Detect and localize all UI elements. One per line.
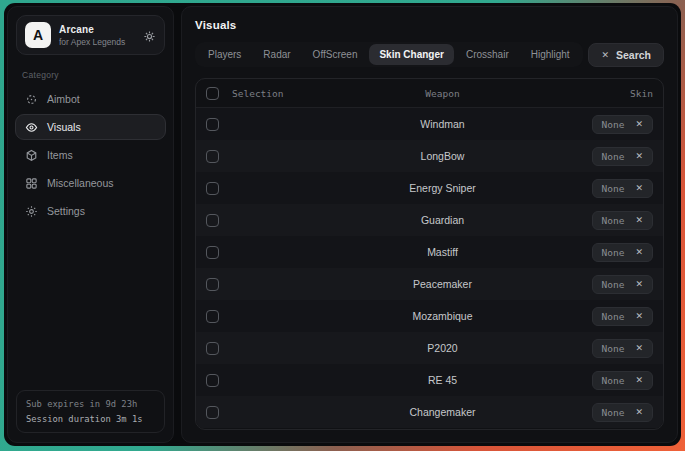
clear-skin-icon[interactable]: ✕ xyxy=(635,152,643,161)
row-checkbox[interactable] xyxy=(206,406,219,419)
sidebar-item-label: Aimbot xyxy=(47,93,80,105)
sidebar: A Arcane for Apex Legends Category Aimbo… xyxy=(7,6,174,443)
search-button[interactable]: ✕ Search xyxy=(588,43,664,67)
clear-skin-icon[interactable]: ✕ xyxy=(635,280,643,289)
weapon-name: Mozambique xyxy=(344,310,541,322)
weapon-name: Peacemaker xyxy=(344,278,541,290)
skin-select[interactable]: None ✕ xyxy=(592,211,653,230)
skin-select[interactable]: None ✕ xyxy=(592,115,653,134)
skin-value: None xyxy=(602,247,625,258)
search-button-label: Search xyxy=(616,49,651,61)
table-row: Peacemaker None ✕ xyxy=(196,268,663,300)
tab-offscreen[interactable]: OffScreen xyxy=(303,44,368,65)
table-row: Guardian None ✕ xyxy=(196,204,663,236)
weapon-name: RE 45 xyxy=(344,374,541,386)
clear-skin-icon[interactable]: ✕ xyxy=(635,248,643,257)
skin-select[interactable]: None ✕ xyxy=(592,307,653,326)
category-label: Category xyxy=(22,70,159,80)
skin-value: None xyxy=(602,407,625,418)
row-checkbox[interactable] xyxy=(206,342,219,355)
skin-select[interactable]: None ✕ xyxy=(592,147,653,166)
sidebar-item-items[interactable]: Items xyxy=(15,142,166,168)
table-row: Changemaker None ✕ xyxy=(196,396,663,428)
clear-skin-icon[interactable]: ✕ xyxy=(635,312,643,321)
skin-value: None xyxy=(602,183,625,194)
tab-bar: PlayersRadarOffScreenSkin ChangerCrossha… xyxy=(195,42,583,67)
app-name: Arcane xyxy=(59,24,135,35)
crosshair-icon xyxy=(25,93,38,106)
tab-players[interactable]: Players xyxy=(198,44,251,65)
skin-select[interactable]: None ✕ xyxy=(592,371,653,390)
skin-value: None xyxy=(602,119,625,130)
table-row: Mozambique None ✕ xyxy=(196,300,663,332)
header-gear-icon[interactable] xyxy=(143,29,156,42)
skin-select[interactable]: None ✕ xyxy=(592,243,653,262)
row-checkbox[interactable] xyxy=(206,214,219,227)
tab-radar[interactable]: Radar xyxy=(253,44,300,65)
clear-skin-icon[interactable]: ✕ xyxy=(635,120,643,129)
table-row: Mastiff None ✕ xyxy=(196,236,663,268)
clear-skin-icon[interactable]: ✕ xyxy=(635,344,643,353)
row-checkbox[interactable] xyxy=(206,246,219,259)
clear-skin-icon[interactable]: ✕ xyxy=(635,376,643,385)
weapon-name: Guardian xyxy=(344,214,541,226)
weapon-name: P2020 xyxy=(344,342,541,354)
tab-highlight[interactable]: Highlight xyxy=(521,44,580,65)
sidebar-item-label: Items xyxy=(47,149,73,161)
skin-value: None xyxy=(602,151,625,162)
skin-select[interactable]: None ✕ xyxy=(592,275,653,294)
row-checkbox[interactable] xyxy=(206,278,219,291)
row-checkbox[interactable] xyxy=(206,374,219,387)
clear-skin-icon[interactable]: ✕ xyxy=(635,408,643,417)
skin-select[interactable]: None ✕ xyxy=(592,339,653,358)
skin-table: Selection Weapon Skin Windman None ✕ Lon… xyxy=(195,78,664,430)
table-body: Windman None ✕ LongBow None ✕ Energy Sni… xyxy=(196,108,663,428)
row-checkbox[interactable] xyxy=(206,310,219,323)
sidebar-item-miscellaneous[interactable]: Miscellaneous xyxy=(15,170,166,196)
weapon-header: Weapon xyxy=(344,88,541,99)
tab-skin-changer[interactable]: Skin Changer xyxy=(369,44,453,65)
clear-skin-icon[interactable]: ✕ xyxy=(635,216,643,225)
sidebar-item-aimbot[interactable]: Aimbot xyxy=(15,86,166,112)
main-panel: Visuals PlayersRadarOffScreenSkin Change… xyxy=(181,6,678,443)
page-title: Visuals xyxy=(195,19,664,31)
weapon-name: Changemaker xyxy=(344,406,541,418)
search-icon: ✕ xyxy=(601,50,609,60)
weapon-name: LongBow xyxy=(344,150,541,162)
skin-select[interactable]: None ✕ xyxy=(592,179,653,198)
skin-value: None xyxy=(602,375,625,386)
skin-select[interactable]: None ✕ xyxy=(592,403,653,422)
sidebar-item-label: Miscellaneous xyxy=(47,177,114,189)
selection-header: Selection xyxy=(232,88,344,99)
gear-icon xyxy=(25,205,38,218)
app-subtitle: for Apex Legends xyxy=(59,37,135,47)
sidebar-item-settings[interactable]: Settings xyxy=(15,198,166,224)
skin-value: None xyxy=(602,215,625,226)
select-all-checkbox[interactable] xyxy=(206,87,219,100)
row-checkbox[interactable] xyxy=(206,118,219,131)
sidebar-nav: Aimbot Visuals Items Miscellaneous Setti… xyxy=(15,86,166,224)
table-row: P2020 None ✕ xyxy=(196,332,663,364)
grid-icon xyxy=(25,177,38,190)
sub-expires-text: Sub expires in 9d 23h xyxy=(26,399,155,409)
eye-icon xyxy=(25,121,38,134)
table-row: RE 45 None ✕ xyxy=(196,364,663,396)
skin-value: None xyxy=(602,311,625,322)
sidebar-item-label: Settings xyxy=(47,205,85,217)
clear-skin-icon[interactable]: ✕ xyxy=(635,184,643,193)
row-checkbox[interactable] xyxy=(206,150,219,163)
table-header: Selection Weapon Skin xyxy=(196,79,663,108)
app-window: A Arcane for Apex Legends Category Aimbo… xyxy=(4,3,681,446)
skin-value: None xyxy=(602,279,625,290)
sidebar-item-visuals[interactable]: Visuals xyxy=(15,114,166,140)
row-checkbox[interactable] xyxy=(206,182,219,195)
weapon-name: Mastiff xyxy=(344,246,541,258)
table-row: LongBow None ✕ xyxy=(196,140,663,172)
cube-icon xyxy=(25,149,38,162)
toolbar: PlayersRadarOffScreenSkin ChangerCrossha… xyxy=(195,42,664,67)
app-logo: A xyxy=(25,22,51,48)
skin-header: Skin xyxy=(541,88,653,99)
tab-crosshair[interactable]: Crosshair xyxy=(456,44,519,65)
weapon-name: Energy Sniper xyxy=(344,182,541,194)
table-row: Energy Sniper None ✕ xyxy=(196,172,663,204)
